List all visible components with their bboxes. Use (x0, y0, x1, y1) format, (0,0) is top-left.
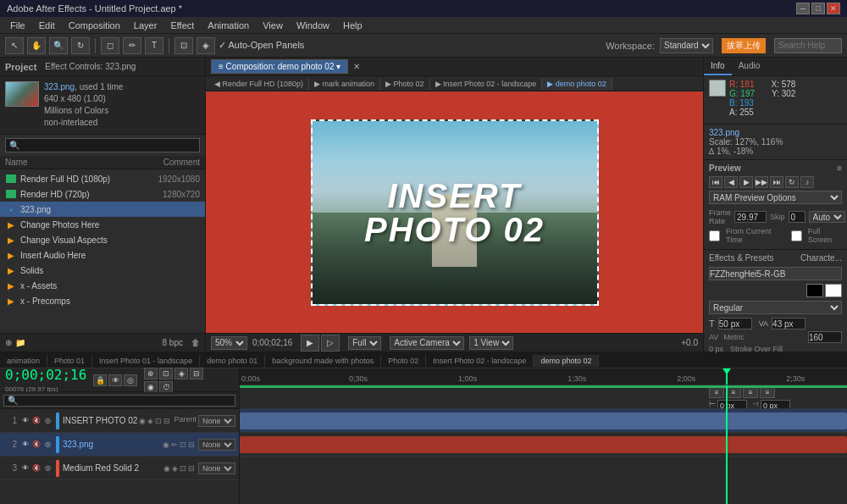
layer-video-icon[interactable]: 👁 (20, 416, 30, 426)
menu-view[interactable]: View (256, 19, 290, 32)
comp-play-button[interactable]: ▶ (301, 335, 319, 352)
layer-switch-2[interactable]: ◈ (147, 417, 153, 425)
list-item-assets[interactable]: ▶ x - Assets (0, 278, 205, 293)
menu-help[interactable]: Help (336, 19, 369, 32)
tab-insert-photo02[interactable]: ▶ Insert Photo 02 - landscape (430, 78, 543, 90)
playhead[interactable] (726, 368, 728, 385)
layer-switch-3[interactable]: ⊡ (155, 417, 162, 425)
timeline-search-input[interactable] (3, 395, 235, 407)
tool-select[interactable]: ↖ (5, 37, 24, 54)
menu-window[interactable]: Window (290, 19, 336, 32)
upload-button[interactable]: 拔萃上传 (722, 38, 766, 53)
layer-switch-1[interactable]: ◉ (139, 417, 146, 425)
tab-photo02[interactable]: ▶ Photo 02 (380, 78, 430, 90)
prev-last-button[interactable]: ⏭ (770, 176, 783, 188)
layer-parent-select[interactable]: None (198, 462, 235, 474)
tl-tab-demo-photo01[interactable]: demo photo 01 (200, 355, 265, 367)
tl-tab-photo01[interactable]: Photo 01 (47, 355, 92, 367)
tl-lock-button[interactable]: 🔒 (93, 374, 107, 386)
trash-button[interactable]: 🗑 (191, 338, 200, 347)
new-folder-button[interactable]: 📁 (15, 338, 25, 347)
view-select[interactable]: 1 View (469, 336, 513, 350)
metric-value-input[interactable] (808, 331, 842, 343)
background-color[interactable] (825, 284, 842, 297)
preview-menu[interactable]: ≡ (837, 163, 842, 173)
menu-effect[interactable]: Effect (163, 19, 201, 32)
layer-solo-icon[interactable]: ◎ (42, 463, 53, 474)
tl-tab-demo-photo02[interactable]: demo photo 02 (534, 355, 599, 367)
tab-render-full[interactable]: ◀ Render Full HD (1080p) (209, 78, 309, 90)
prev-back-button[interactable]: ◀ (724, 176, 738, 188)
kerning-input[interactable] (772, 318, 805, 330)
menu-layer[interactable]: Layer (127, 19, 164, 32)
track-clip-bar[interactable] (240, 436, 847, 453)
zoom-select[interactable]: 50% (211, 336, 247, 350)
menu-edit[interactable]: Edit (32, 19, 62, 32)
font-size-input[interactable] (718, 318, 752, 330)
tl-tab-bg-photos[interactable]: background made with photos (265, 355, 381, 367)
from-current-checkbox[interactable] (709, 230, 720, 241)
layer-switch-3[interactable]: ⊡ (180, 440, 186, 449)
font-style-select[interactable]: Regular (709, 301, 842, 314)
full-screen-checkbox[interactable] (791, 230, 802, 241)
list-item-precomps[interactable]: ▶ x - Precomps (0, 293, 205, 308)
layer-video-icon[interactable]: 👁 (20, 463, 30, 474)
list-item-change-visual[interactable]: ▶ Change Visual Aspects (0, 232, 205, 247)
font-name-input[interactable] (709, 267, 842, 280)
tl-tab-photo02[interactable]: Photo 02 (381, 355, 426, 367)
list-item-insert-audio[interactable]: ▶ Insert Audio Here (0, 247, 205, 263)
layer-switch-2[interactable]: ◈ (172, 464, 178, 473)
resolution-select[interactable]: Auto (809, 211, 845, 223)
comp-ram-button[interactable]: ▷ (321, 335, 340, 352)
tl-tool-3[interactable]: ◈ (174, 368, 188, 379)
tl-tab-animation[interactable]: animation (0, 355, 47, 367)
layer-audio-icon[interactable]: 🔇 (31, 440, 42, 450)
layer-switch-1[interactable]: ◉ (163, 464, 170, 473)
tl-tool-2[interactable]: ⊡ (159, 368, 173, 379)
layer-switch-4[interactable]: ⊟ (163, 417, 170, 425)
layer-parent-select[interactable]: None (198, 439, 235, 451)
layer-solo-icon[interactable]: ◎ (42, 416, 53, 426)
tool-hand[interactable]: ✋ (27, 37, 46, 54)
prev-first-button[interactable]: ⏮ (709, 176, 722, 188)
tool-rotate[interactable]: ↻ (71, 37, 90, 54)
effect-controls-tab[interactable]: Effect Controls: 323.png (40, 62, 141, 71)
tl-solo-button[interactable]: ◎ (124, 374, 137, 386)
tool-text[interactable]: T (145, 37, 163, 54)
prev-play-button[interactable]: ▶ (739, 176, 753, 188)
list-item[interactable]: Render HD (720p) 1280x720 (0, 186, 205, 202)
tl-tool-4[interactable]: ⊟ (190, 368, 203, 379)
foreground-color[interactable] (806, 284, 823, 297)
tab-mark-animation[interactable]: ▶ mark animation (309, 78, 380, 90)
list-item-change-photos[interactable]: ▶ Change Photos Here (0, 217, 205, 232)
layer-switch-3[interactable]: ⊡ (180, 464, 186, 473)
info-tab[interactable]: Info (704, 58, 732, 75)
list-item-solids[interactable]: ▶ Solids (0, 263, 205, 278)
maximize-button[interactable]: □ (811, 3, 825, 14)
layer-solo-icon[interactable]: ◎ (42, 440, 53, 450)
layer-switch-2[interactable]: ✏ (171, 440, 178, 449)
skip-input[interactable] (789, 211, 805, 223)
project-search-input[interactable] (5, 138, 200, 152)
layer-switch-4[interactable]: ⊟ (188, 464, 195, 473)
menu-file[interactable]: File (3, 19, 32, 32)
quality-select[interactable]: Full (348, 336, 381, 350)
tool-shape[interactable]: ◻ (101, 37, 119, 54)
new-composition-button[interactable]: ⊕ (5, 338, 12, 347)
workspace-select[interactable]: Standard (660, 38, 713, 53)
tool-pen[interactable]: ✏ (123, 37, 141, 54)
track-clip-bar[interactable] (240, 413, 847, 429)
layer-audio-icon[interactable]: 🔇 (31, 463, 42, 474)
search-input[interactable] (774, 38, 842, 53)
layer-parent-select[interactable]: None (198, 415, 235, 427)
tl-hide-button[interactable]: 👁 (108, 374, 122, 386)
tool-zoom[interactable]: 🔍 (49, 37, 68, 54)
audio-tab[interactable]: Audio (732, 58, 767, 75)
prev-forward-button[interactable]: ▶▶ (755, 176, 768, 188)
tl-tool-1[interactable]: ⊕ (144, 368, 158, 379)
tl-tool-6[interactable]: ⏱ (159, 381, 173, 393)
prev-audio-button[interactable]: ♪ (800, 176, 814, 188)
tl-tool-5[interactable]: ◉ (144, 381, 158, 393)
frame-rate-input[interactable] (734, 211, 767, 223)
tl-tab-insert-photo02[interactable]: Insert Photo 02 - landscape (426, 355, 534, 367)
